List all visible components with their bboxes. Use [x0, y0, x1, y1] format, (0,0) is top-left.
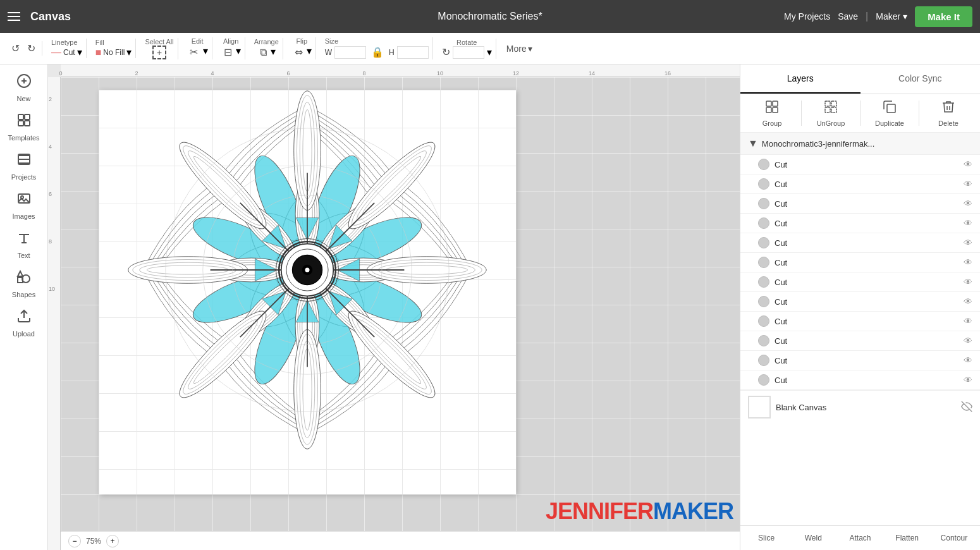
layer-color-swatch[interactable] [758, 178, 769, 190]
op-flatten[interactable]: Flatten [884, 531, 931, 545]
op-contour[interactable]: Contour [931, 531, 977, 545]
ruler-h-tick-14: 14 [589, 70, 595, 76]
align-button[interactable]: ⊟ [221, 45, 235, 59]
layer-visibility-button[interactable]: 👁 [964, 218, 972, 228]
canvas-sheet[interactable] [99, 90, 516, 494]
left-sidebar: New Templates Projects [0, 64, 48, 550]
size-lock-button[interactable]: 🔒 [369, 45, 386, 59]
ungroup-label: UnGroup [817, 119, 845, 127]
layer-visibility-button[interactable]: 👁 [964, 277, 972, 287]
layer-color-swatch[interactable] [758, 296, 769, 307]
sidebar-item-upload[interactable]: Upload [3, 305, 46, 341]
table-row: Cut 👁 [740, 312, 980, 331]
zoom-bar: − 75% + [61, 531, 740, 550]
divider: | [866, 11, 868, 22]
layer-color-swatch[interactable] [758, 355, 769, 366]
tab-layers[interactable]: Layers [740, 64, 861, 94]
svg-rect-4 [25, 114, 30, 119]
layer-visibility-button[interactable]: 👁 [964, 336, 972, 346]
fill-value: No Fill [103, 48, 125, 57]
group-label: Group [763, 119, 782, 127]
layer-color-swatch[interactable] [758, 198, 769, 209]
save-button[interactable]: Save [838, 11, 858, 21]
sidebar-new-label: New [16, 95, 30, 102]
my-projects-button[interactable]: My Projects [784, 11, 830, 21]
ruler-horizontal: 0 2 4 6 8 10 12 14 16 [61, 64, 740, 77]
flip-label: Flip [296, 37, 307, 45]
sidebar-item-projects[interactable]: Projects [3, 148, 46, 185]
panel-ungroup-button[interactable]: UnGroup [807, 99, 855, 127]
layer-group-header[interactable]: ▼ Monochromatic3-jennifermak... [740, 133, 980, 155]
sidebar-item-new[interactable]: New [3, 70, 46, 106]
svg-rect-118 [825, 107, 830, 113]
zoom-in-button[interactable]: + [106, 535, 119, 547]
sidebar-item-text[interactable]: Text [3, 226, 46, 263]
fill-select[interactable]: ■ No Fill ▾ [95, 46, 132, 58]
arrange-button[interactable]: ⧉ [257, 46, 269, 59]
table-row: Cut 👁 [740, 174, 980, 194]
op-weld[interactable]: Weld [790, 531, 836, 545]
size-w-input[interactable] [334, 46, 366, 59]
layer-visibility-button[interactable]: 👁 [964, 355, 972, 365]
table-row: Cut 👁 [740, 194, 980, 214]
redo-button[interactable]: ↻ [25, 41, 38, 56]
op-slice[interactable]: Slice [743, 531, 790, 545]
layer-color-swatch[interactable] [758, 335, 769, 346]
size-group: Size W 🔒 H [321, 37, 433, 59]
layer-name: Cut [775, 199, 959, 209]
align-group: Align ⊟ ▾ [217, 37, 245, 59]
layer-visibility-button[interactable]: 👁 [964, 199, 972, 209]
arrange-label: Arrange [254, 38, 279, 46]
layer-color-swatch[interactable] [758, 159, 769, 170]
zoom-out-button[interactable]: − [68, 535, 81, 547]
op-attach[interactable]: Attach [836, 531, 883, 545]
blank-canvas-visibility-button[interactable] [961, 401, 972, 414]
layer-visibility-button[interactable]: 👁 [964, 316, 972, 326]
undo-button[interactable]: ↺ [9, 41, 22, 56]
layer-color-swatch[interactable] [758, 237, 769, 248]
select-all-button[interactable]: + [152, 46, 166, 59]
linetype-select[interactable]: — Cut ▾ [51, 46, 82, 58]
sidebar-images-label: Images [12, 212, 35, 220]
hamburger-menu[interactable] [8, 12, 20, 21]
layer-visibility-button[interactable]: 👁 [964, 179, 972, 189]
maker-button[interactable]: Maker ▾ [876, 11, 907, 21]
blank-canvas-swatch[interactable] [748, 396, 771, 419]
size-h-input[interactable] [397, 46, 429, 59]
panel-duplicate-button[interactable]: Duplicate [866, 99, 914, 127]
canvas-content[interactable] [61, 77, 740, 531]
layer-color-swatch[interactable] [758, 374, 769, 386]
layer-name: Cut [775, 238, 959, 248]
sidebar-text-label: Text [17, 252, 30, 259]
sidebar-item-shapes[interactable]: Shapes [3, 266, 46, 302]
layer-visibility-button[interactable]: 👁 [964, 296, 972, 307]
make-it-button[interactable]: Make It [915, 6, 972, 27]
panel-delete-button[interactable]: Delete [924, 99, 972, 127]
tab-color-sync[interactable]: Color Sync [861, 64, 981, 94]
layer-visibility-button[interactable]: 👁 [964, 257, 972, 267]
layer-color-swatch[interactable] [758, 315, 769, 327]
upload-icon [16, 309, 32, 327]
layer-name: Cut [775, 180, 959, 189]
ruler-h-tick-8: 8 [362, 70, 365, 76]
more-button[interactable]: More ▾ [501, 41, 537, 56]
sidebar-item-templates[interactable]: Templates [3, 109, 46, 145]
layer-name: Cut [775, 297, 959, 307]
sidebar-templates-label: Templates [8, 134, 39, 142]
layer-color-swatch[interactable] [758, 257, 769, 268]
sidebar-item-images[interactable]: Images [3, 187, 46, 224]
more-label: More [506, 44, 527, 54]
flip-button[interactable]: ⇔ [292, 45, 305, 59]
layer-color-swatch[interactable] [758, 276, 769, 288]
rotate-input[interactable] [453, 46, 484, 59]
layer-color-swatch[interactable] [758, 217, 769, 229]
more-chevron-icon: ▾ [528, 44, 532, 54]
panel-group-button[interactable]: Group [748, 99, 796, 127]
edit-scissors-button[interactable]: ✂ [187, 45, 200, 59]
sidebar-shapes-label: Shapes [12, 291, 35, 298]
layer-visibility-button[interactable]: 👁 [964, 159, 972, 169]
svg-rect-116 [825, 101, 830, 106]
templates-icon [16, 113, 32, 131]
layer-visibility-button[interactable]: 👁 [964, 375, 972, 385]
layer-visibility-button[interactable]: 👁 [964, 238, 972, 248]
